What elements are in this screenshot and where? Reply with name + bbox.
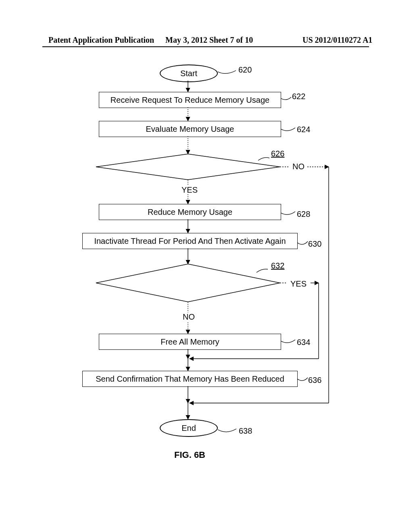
header-rule xyxy=(42,46,369,47)
process-628: Reduce Memory Usage xyxy=(99,204,281,220)
decision-632-line1: Has Any xyxy=(174,268,201,276)
ref-634: 634 xyxy=(297,338,310,347)
ref-626: 626 xyxy=(271,149,284,158)
terminator-end: End xyxy=(160,419,218,437)
process-634-label: Free All Memory xyxy=(161,337,219,347)
ref-632: 632 xyxy=(271,261,284,270)
decision-632-line2: Activity Occurred During The xyxy=(141,277,234,285)
header-mid: May 3, 2012 Sheet 7 of 10 xyxy=(165,35,253,45)
process-624-label: Evaluate Memory Usage xyxy=(146,125,234,134)
process-622: Receive Request To Reduce Memory Usage xyxy=(99,92,281,108)
edge-label-626-yes: YES xyxy=(179,185,200,195)
ref-628: 628 xyxy=(297,210,310,219)
edge-label-632-yes: YES xyxy=(288,279,309,289)
ref-622: 622 xyxy=(292,92,305,101)
process-634: Free All Memory xyxy=(99,334,281,350)
ref-620: 620 xyxy=(238,65,252,75)
process-636-label: Send Confirmation That Memory Has Been R… xyxy=(96,374,284,384)
process-630-label: Inactivate Thread For Period And Then Ac… xyxy=(94,237,286,246)
process-622-label: Receive Request To Reduce Memory Usage xyxy=(111,96,269,105)
ref-636: 636 xyxy=(308,376,321,385)
edge-label-626-no: NO xyxy=(290,162,307,171)
decision-626-label: Can Memory Be Reduced? xyxy=(119,163,256,171)
terminator-start: Start xyxy=(160,64,218,82)
process-636: Send Confirmation That Memory Has Been R… xyxy=(82,371,298,387)
decision-632-label: Has Any Activity Occurred During The Per… xyxy=(109,268,266,293)
ref-630: 630 xyxy=(308,239,321,249)
ref-638: 638 xyxy=(239,426,252,436)
terminator-end-label: End xyxy=(181,424,196,433)
figure-label: FIG. 6B xyxy=(174,450,205,460)
process-630: Inactivate Thread For Period And Then Ac… xyxy=(82,233,298,249)
page: Patent Application Publication May 3, 20… xyxy=(0,0,413,532)
edge-label-632-no: NO xyxy=(181,312,197,322)
process-628-label: Reduce Memory Usage xyxy=(148,208,232,217)
header-right: US 2012/0110272 A1 xyxy=(302,35,372,45)
decision-632-line3: Period? xyxy=(175,285,200,293)
process-624: Evaluate Memory Usage xyxy=(99,121,281,137)
ref-624: 624 xyxy=(297,125,310,134)
header-left: Patent Application Publication xyxy=(48,35,154,45)
terminator-start-label: Start xyxy=(180,69,197,78)
